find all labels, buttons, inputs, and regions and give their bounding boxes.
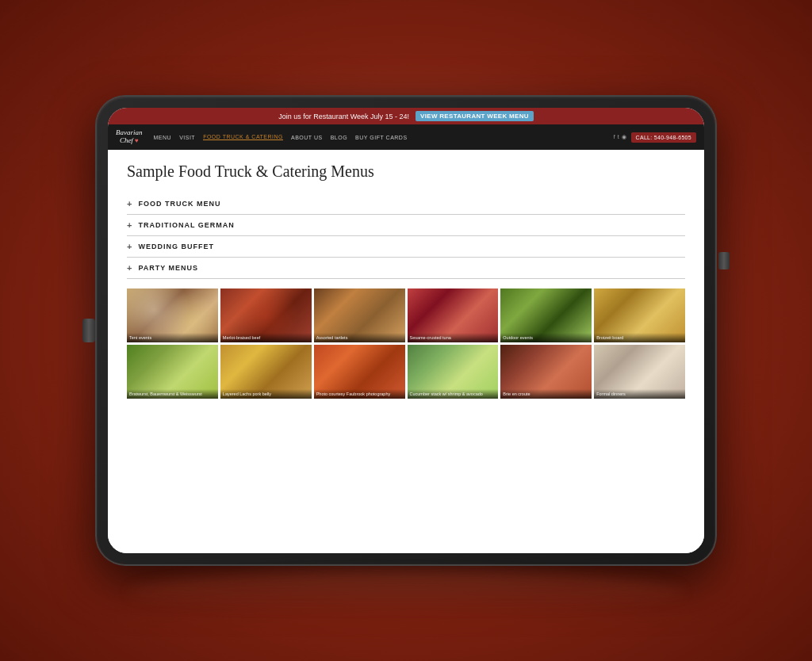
photo-cell-1[interactable]: Tent events	[127, 288, 218, 342]
photo-cell-10[interactable]: Cucumber stack w/ shrimp & avocado	[408, 345, 499, 399]
accordion-label-1: FOOD TRUCK MENU	[138, 200, 220, 208]
facebook-icon[interactable]: f	[614, 134, 615, 140]
logo-line2: Chef♥	[116, 137, 143, 145]
accordion-header-1[interactable]: + FOOD TRUCK MENU	[127, 199, 685, 208]
accordion-item-4[interactable]: + PARTY MENUS	[127, 258, 685, 279]
logo-text: Bavarian Chef♥	[116, 129, 143, 145]
accordion-plus-3: +	[127, 242, 132, 251]
accordion-plus-1: +	[127, 199, 132, 208]
photo-overlay-4: Sesame-crusted tuna	[408, 333, 499, 342]
nav-menu[interactable]: MENU	[154, 135, 172, 140]
accordion-label-3: WEDDING BUFFET	[138, 243, 214, 250]
nav-bar: Bavarian Chef♥ MENU VISIT FOOD TRUCK & C…	[108, 124, 704, 150]
photo-grid: Tent eventsMerlot-braised beefAssorted t…	[127, 288, 685, 399]
accordion: + FOOD TRUCK MENU + TRADITIONAL GERMAN +…	[127, 193, 685, 279]
photo-caption-1: Tent events	[129, 335, 216, 341]
photo-caption-5: Outdoor events	[503, 335, 589, 341]
page-title: Sample Food Truck & Catering Menus	[127, 162, 685, 181]
photo-overlay-7: Bratwurst, Bauernwurst & Weisswurst	[127, 389, 218, 399]
photo-overlay-6: Brotzeit board	[594, 333, 685, 342]
accordion-header-4[interactable]: + PARTY MENUS	[127, 263, 685, 273]
photo-caption-2: Merlot-braised beef	[223, 335, 309, 341]
accordion-label-2: TRADITIONAL GERMAN	[138, 221, 234, 229]
instagram-icon[interactable]: ◉	[622, 134, 626, 140]
photo-caption-12: Formal dinners	[596, 392, 683, 397]
nav-about[interactable]: ABOUT US	[291, 135, 323, 140]
photo-overlay-3: Assorted tartlets	[314, 333, 405, 342]
photo-caption-11: Brie en croute	[503, 392, 589, 397]
tablet-screen: Join us for Restaurant Week July 15 - 24…	[108, 108, 704, 553]
side-button[interactable]	[718, 252, 730, 269]
photo-caption-6: Brotzeit board	[596, 335, 683, 341]
photo-cell-4[interactable]: Sesame-crusted tuna	[408, 288, 499, 342]
accordion-label-4: PARTY MENUS	[138, 264, 198, 272]
restaurant-week-button[interactable]: VIEW RESTAURANT WEEK MENU	[416, 111, 534, 121]
photo-caption-4: Sesame-crusted tuna	[410, 335, 496, 341]
call-button[interactable]: CALL: 540-948-6505	[631, 132, 696, 143]
nav-food-truck[interactable]: FOOD TRUCK & CATERING	[203, 134, 283, 140]
nav-blog[interactable]: BLOG	[331, 135, 347, 140]
announcement-bar: Join us for Restaurant Week July 15 - 24…	[108, 108, 704, 124]
photo-overlay-11: Brie en croute	[500, 389, 592, 399]
accordion-header-2[interactable]: + TRADITIONAL GERMAN	[127, 220, 685, 230]
announcement-text: Join us for Restaurant Week July 15 - 24…	[278, 113, 409, 120]
twitter-icon[interactable]: t	[618, 134, 619, 140]
photo-caption-3: Assorted tartlets	[316, 335, 403, 341]
nav-visit[interactable]: VISIT	[179, 135, 195, 140]
photo-overlay-2: Merlot-braised beef	[220, 333, 312, 342]
accordion-item-1[interactable]: + FOOD TRUCK MENU	[127, 193, 685, 215]
photo-cell-5[interactable]: Outdoor events	[500, 288, 592, 342]
photo-cell-3[interactable]: Assorted tartlets	[314, 288, 405, 342]
nav-gift-cards[interactable]: BUY GIFT CARDS	[355, 135, 407, 140]
nav-links: MENU VISIT FOOD TRUCK & CATERING ABOUT U…	[154, 134, 614, 140]
accordion-header-3[interactable]: + WEDDING BUFFET	[127, 242, 685, 251]
accordion-item-3[interactable]: + WEDDING BUFFET	[127, 236, 685, 258]
accordion-plus-4: +	[127, 263, 132, 273]
photo-caption-10: Cucumber stack w/ shrimp & avocado	[410, 392, 496, 397]
photo-caption-9: Photo courtesy Faubrook photography	[316, 392, 403, 397]
accordion-plus-2: +	[127, 220, 132, 230]
tablet-device: Join us for Restaurant Week July 15 - 24…	[97, 97, 715, 564]
photo-cell-8[interactable]: Layered Lachs pork belly	[220, 345, 312, 399]
tablet-reflection	[128, 572, 684, 612]
photo-cell-2[interactable]: Merlot-braised beef	[220, 288, 312, 342]
photo-cell-9[interactable]: Photo courtesy Faubrook photography	[314, 345, 405, 399]
photo-overlay-10: Cucumber stack w/ shrimp & avocado	[408, 389, 499, 399]
photo-cell-7[interactable]: Bratwurst, Bauernwurst & Weisswurst	[127, 345, 218, 399]
logo-heart: ♥	[135, 137, 139, 144]
photo-overlay-1: Tent events	[127, 333, 218, 342]
main-content: Sample Food Truck & Catering Menus + FOO…	[108, 150, 704, 553]
nav-right: f t ◉ CALL: 540-948-6505	[614, 132, 696, 143]
social-icons: f t ◉	[614, 134, 626, 140]
photo-cell-11[interactable]: Brie en croute	[500, 345, 592, 399]
accordion-item-2[interactable]: + TRADITIONAL GERMAN	[127, 215, 685, 236]
photo-cell-6[interactable]: Brotzeit board	[594, 288, 685, 342]
photo-overlay-9: Photo courtesy Faubrook photography	[314, 389, 405, 399]
photo-cell-12[interactable]: Formal dinners	[594, 345, 685, 399]
photo-caption-7: Bratwurst, Bauernwurst & Weisswurst	[129, 392, 216, 397]
photo-overlay-5: Outdoor events	[500, 333, 592, 342]
logo[interactable]: Bavarian Chef♥	[116, 129, 143, 145]
photo-overlay-8: Layered Lachs pork belly	[220, 389, 312, 399]
home-button[interactable]	[82, 319, 95, 342]
photo-caption-8: Layered Lachs pork belly	[223, 392, 309, 397]
photo-overlay-12: Formal dinners	[594, 389, 685, 399]
